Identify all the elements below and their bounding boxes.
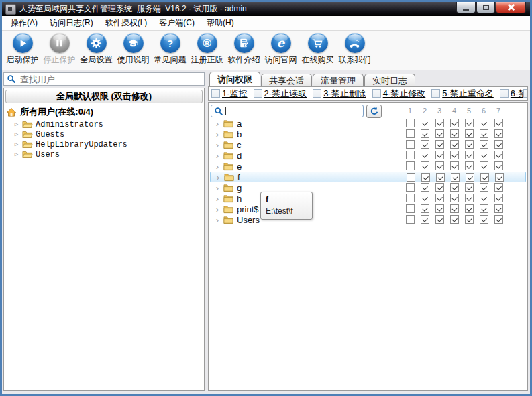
permission-checkbox-3[interactable] xyxy=(435,215,444,224)
permission-checkbox-6[interactable] xyxy=(480,140,488,149)
toolbar-button-cart[interactable]: 在线购买 xyxy=(299,32,336,66)
permission-checkbox-3[interactable] xyxy=(436,173,445,182)
permission-checkbox-1[interactable] xyxy=(406,119,415,127)
permission-checkbox-1[interactable] xyxy=(407,173,415,182)
chevron-right-icon[interactable]: › xyxy=(213,162,221,171)
permission-checkbox-7[interactable] xyxy=(494,140,503,149)
refresh-button[interactable] xyxy=(366,105,382,118)
sidebar-group-helplibraryupdaters[interactable]: ▷HelpLibraryUpdaters xyxy=(5,139,203,149)
permission-checkbox-3[interactable] xyxy=(435,204,444,213)
permission-checkbox-7[interactable] xyxy=(494,161,503,170)
menu-item-4[interactable]: 帮助(H) xyxy=(201,15,240,31)
permission-checkbox-4[interactable] xyxy=(450,161,459,170)
menu-item-1[interactable]: 访问日志(R) xyxy=(44,15,99,31)
permission-checkbox-2[interactable] xyxy=(421,173,430,182)
tab-0[interactable]: 访问权限 xyxy=(209,72,260,86)
share-row-c[interactable]: ›c xyxy=(210,139,526,150)
permission-checkbox-1[interactable] xyxy=(406,151,415,159)
permission-checkbox-4[interactable] xyxy=(450,194,459,202)
tab-3[interactable]: 实时日志 xyxy=(364,74,415,86)
permission-checkbox-2[interactable] xyxy=(421,140,429,149)
expander-icon[interactable]: ▷ xyxy=(13,141,19,148)
permission-checkbox-7[interactable] xyxy=(494,215,503,224)
permission-checkbox-3[interactable] xyxy=(435,119,444,127)
permission-checkbox-7[interactable] xyxy=(494,151,503,159)
permission-checkbox-5[interactable] xyxy=(465,129,474,138)
share-row-e[interactable]: ›e xyxy=(210,161,526,172)
sidebar-group-users[interactable]: ▷Users xyxy=(5,149,203,159)
chevron-right-icon[interactable]: › xyxy=(213,194,221,203)
toolbar-button-document[interactable]: 软件介绍 xyxy=(225,32,262,66)
permission-checkbox-4[interactable] xyxy=(450,183,459,192)
toolbar-button-registered[interactable]: ®注册正版 xyxy=(189,32,225,66)
permission-checkbox-2[interactable] xyxy=(421,215,429,224)
permission-checkbox-6[interactable] xyxy=(480,183,488,192)
filter-1[interactable]: 1-监控 xyxy=(211,88,248,100)
filter-5[interactable]: 5-禁止重命名 xyxy=(431,88,494,100)
chevron-right-icon[interactable]: › xyxy=(213,141,221,149)
permission-checkbox-1[interactable] xyxy=(406,183,415,192)
permission-checkbox-6[interactable] xyxy=(480,119,488,127)
filter-4[interactable]: 4-禁止修改 xyxy=(372,88,426,100)
permission-checkbox-1[interactable] xyxy=(406,140,415,149)
permission-checkbox-5[interactable] xyxy=(465,194,474,202)
permission-checkbox-3[interactable] xyxy=(435,161,444,170)
permission-checkbox-2[interactable] xyxy=(421,151,429,159)
filter-2[interactable]: 2-禁止读取 xyxy=(254,88,307,100)
chevron-right-icon[interactable]: › xyxy=(213,184,221,192)
chevron-right-icon[interactable]: › xyxy=(213,119,221,128)
chevron-right-icon[interactable]: › xyxy=(213,130,221,139)
permission-checkbox-5[interactable] xyxy=(465,119,474,127)
permission-checkbox-4[interactable] xyxy=(450,129,459,138)
share-row-f[interactable]: ›f xyxy=(210,172,526,182)
checkbox-icon[interactable] xyxy=(500,89,509,98)
sidebar-group-guests[interactable]: ▷Guests xyxy=(5,129,203,139)
chevron-right-icon[interactable]: › xyxy=(213,216,221,224)
expander-icon[interactable]: ▷ xyxy=(13,131,19,138)
toolbar-button-question[interactable]: ?常见问题 xyxy=(152,32,189,66)
checkbox-icon[interactable] xyxy=(313,89,321,98)
toolbar-button-gear[interactable]: 全局设置 xyxy=(78,32,115,66)
permission-checkbox-2[interactable] xyxy=(421,183,429,192)
permission-checkbox-1[interactable] xyxy=(406,194,415,202)
permission-checkbox-6[interactable] xyxy=(480,151,488,159)
user-search-box[interactable] xyxy=(3,72,205,86)
permission-checkbox-3[interactable] xyxy=(435,183,444,192)
maximize-button[interactable] xyxy=(476,2,495,13)
toolbar-button-graduation-cap[interactable]: 使用说明 xyxy=(115,32,152,66)
permission-checkbox-6[interactable] xyxy=(480,161,488,170)
permission-checkbox-4[interactable] xyxy=(450,119,459,127)
permission-checkbox-1[interactable] xyxy=(406,129,415,138)
permission-checkbox-5[interactable] xyxy=(466,173,474,182)
permission-checkbox-5[interactable] xyxy=(465,183,474,192)
filter-3[interactable]: 3-禁止删除 xyxy=(313,88,366,100)
permission-checkbox-2[interactable] xyxy=(421,161,429,170)
permission-checkbox-3[interactable] xyxy=(435,194,444,202)
permission-checkbox-2[interactable] xyxy=(421,119,429,127)
permission-checkbox-7[interactable] xyxy=(494,119,503,127)
toolbar-button-play[interactable]: 启动保护 xyxy=(4,32,41,66)
share-row-print$[interactable]: ›print$ xyxy=(210,204,526,214)
sidebar-group-administrators[interactable]: ▷Administrators xyxy=(5,119,203,129)
checkbox-icon[interactable] xyxy=(431,89,440,98)
permission-checkbox-2[interactable] xyxy=(421,204,429,213)
permission-checkbox-4[interactable] xyxy=(450,204,459,213)
minimize-button[interactable] xyxy=(456,2,476,13)
chevron-right-icon[interactable]: › xyxy=(213,205,221,214)
permission-checkbox-6[interactable] xyxy=(480,173,489,182)
permission-checkbox-3[interactable] xyxy=(435,129,444,138)
permission-checkbox-5[interactable] xyxy=(465,204,474,213)
permission-checkbox-7[interactable] xyxy=(494,204,503,213)
permission-checkbox-1[interactable] xyxy=(406,204,415,213)
permission-checkbox-3[interactable] xyxy=(435,151,444,159)
filter-checkbox-overflow[interactable] xyxy=(523,89,528,98)
permission-checkbox-4[interactable] xyxy=(450,140,459,149)
permission-checkbox-5[interactable] xyxy=(465,161,474,170)
checkbox-icon[interactable] xyxy=(254,89,262,98)
share-row-a[interactable]: ›a xyxy=(210,118,526,129)
tab-2[interactable]: 流量管理 xyxy=(313,74,364,86)
permission-checkbox-5[interactable] xyxy=(465,151,474,159)
toolbar-button-browser[interactable]: e访问官网 xyxy=(262,32,299,66)
permission-checkbox-2[interactable] xyxy=(421,129,429,138)
tab-1[interactable]: 共享会话 xyxy=(261,74,312,86)
